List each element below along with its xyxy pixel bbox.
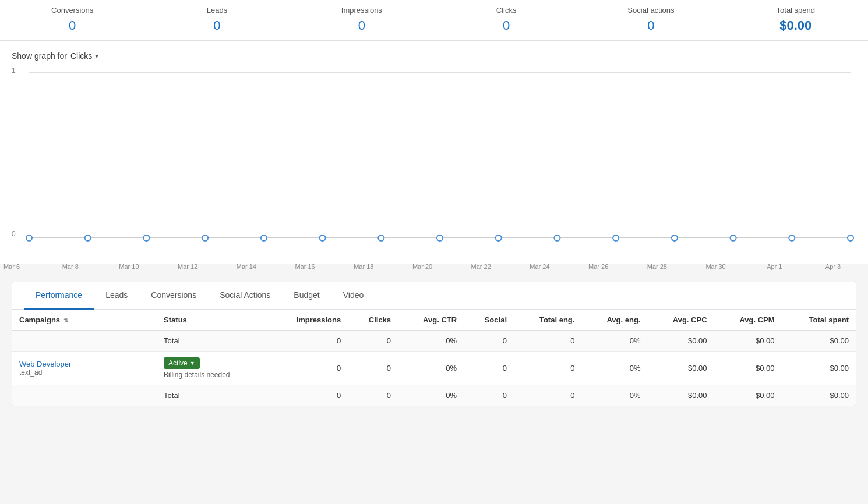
chart-dot: [554, 235, 560, 241]
metrics-bar: Conversions 0 Leads 0 Impressions 0 Clic…: [0, 0, 868, 41]
chart-dot: [731, 235, 736, 241]
metric-label-clicks: Clicks: [434, 6, 578, 15]
total-total-spent: $0.00: [782, 331, 856, 352]
col-header-avg-eng: Avg. eng.: [581, 310, 647, 331]
x-label-1: Mar 8: [53, 263, 88, 270]
footer-total-total-spent: $0.00: [782, 385, 856, 406]
x-label-7: Mar 20: [405, 263, 440, 270]
metric-value-social_actions: 0: [578, 18, 723, 33]
table-row: Web Developer text_ad Active ▼ Billing d…: [12, 352, 856, 385]
x-label-4: Mar 14: [229, 263, 264, 270]
metric-label-impressions: Impressions: [290, 6, 434, 15]
col-header-campaigns: Campaigns ⇅: [12, 310, 157, 331]
footer-total-impressions: 0: [267, 385, 348, 406]
metric-total_spend: Total spend $0.00: [724, 6, 868, 33]
sort-icon[interactable]: ⇅: [63, 317, 68, 324]
col-header-impressions: Impressions: [267, 310, 348, 331]
metric-label-conversions: Conversions: [0, 6, 144, 15]
tab-budget[interactable]: Budget: [282, 282, 331, 310]
metric-value-clicks: 0: [434, 18, 578, 33]
metric-value-impressions: 0: [290, 18, 434, 33]
campaign-clicks: 0: [348, 352, 398, 385]
metric-social_actions: Social actions 0: [578, 6, 723, 33]
footer-total-clicks: 0: [348, 385, 398, 406]
campaigns-table-section: PerformanceLeadsConversionsSocial Action…: [12, 282, 856, 406]
campaign-avg-eng: 0%: [581, 352, 647, 385]
table-row-total-footer: Total 0 0 0% 0 0 0% $0.00 $0.00 $0.00: [12, 385, 856, 406]
x-label-10: Mar 26: [581, 263, 616, 270]
chart-dot: [672, 235, 678, 241]
chart-dot: [320, 235, 326, 241]
x-label-12: Mar 30: [698, 263, 733, 270]
chart-dot: [85, 235, 91, 241]
table-tabs: PerformanceLeadsConversionsSocial Action…: [12, 282, 856, 310]
total-impressions: 0: [267, 331, 348, 352]
col-header-total-eng: Total eng.: [514, 310, 581, 331]
status-badge[interactable]: Active ▼: [164, 357, 200, 369]
campaign-status-cell: Active ▼ Billing details needed: [157, 352, 267, 385]
footer-total-avg-ctr: 0%: [398, 385, 464, 406]
campaign-total-eng: 0: [514, 352, 581, 385]
show-graph-row: Show graph for Clicks ▼: [12, 47, 856, 66]
total-avg-ctr: 0%: [398, 331, 464, 352]
col-header-clicks: Clicks: [348, 310, 398, 331]
x-label-9: Mar 24: [522, 263, 557, 270]
footer-total-social: 0: [464, 385, 514, 406]
x-label-0: Mar 6: [0, 263, 29, 270]
metric-clicks: Clicks 0: [434, 6, 578, 33]
tab-video[interactable]: Video: [331, 282, 376, 310]
campaign-impressions: 0: [267, 352, 348, 385]
tab-social_actions[interactable]: Social Actions: [208, 282, 282, 310]
col-header-total-spent: Total spent: [782, 310, 856, 331]
chart-dot: [261, 235, 267, 241]
chart-dot: [378, 235, 384, 241]
tab-conversions[interactable]: Conversions: [139, 282, 208, 310]
chevron-down-icon: ▼: [94, 53, 100, 59]
footer-total-status: Total: [157, 385, 267, 406]
chart-line-area: Mar 6Mar 8Mar 10Mar 12Mar 14Mar 16Mar 18…: [29, 72, 851, 238]
col-header-avg-cpc: Avg. CPC: [647, 310, 714, 331]
graph-selected-value: Clicks: [70, 51, 92, 61]
show-graph-label: Show graph for: [12, 51, 67, 61]
metric-impressions: Impressions 0: [290, 6, 434, 33]
campaign-name-link[interactable]: Web Developer: [19, 360, 150, 368]
footer-total-avg-cpc: $0.00: [647, 385, 714, 406]
campaign-total-spent: $0.00: [782, 352, 856, 385]
table-row-total-header: Total 0 0 0% 0 0 0% $0.00 $0.00 $0.00: [12, 331, 856, 352]
metric-conversions: Conversions 0: [0, 6, 144, 33]
col-header-status: Status: [157, 310, 267, 331]
tab-leads[interactable]: Leads: [94, 282, 139, 310]
total-total-eng: 0: [514, 331, 581, 352]
billing-note: Billing details needed: [164, 371, 260, 379]
graph-section: Show graph for Clicks ▼ 1 0 Mar 6Mar 8Ma…: [0, 41, 868, 264]
y-axis-bottom-label: 0: [12, 230, 16, 238]
total-label: [12, 331, 157, 352]
total-avg-eng: 0%: [581, 331, 647, 352]
tab-performance[interactable]: Performance: [24, 282, 94, 310]
campaign-avg-cpm: $0.00: [714, 352, 782, 385]
metric-leads: Leads 0: [144, 6, 289, 33]
metric-label-social_actions: Social actions: [578, 6, 723, 15]
chevron-down-icon: ▼: [190, 360, 195, 366]
col-header-avg-ctr: Avg. CTR: [398, 310, 464, 331]
campaigns-data-table: Campaigns ⇅ Status Impressions Clicks Av…: [12, 310, 856, 406]
total-avg-cpc: $0.00: [647, 331, 714, 352]
metric-label-leads: Leads: [144, 6, 289, 15]
total-status: Total: [157, 331, 267, 352]
chart-dot: [613, 235, 619, 241]
x-label-3: Mar 12: [170, 263, 205, 270]
campaign-name-cell: Web Developer text_ad: [12, 352, 157, 385]
chart-container: 1 0 Mar 6Mar 8Mar 10Mar 12Mar 14Mar 16Ma…: [12, 66, 856, 264]
total-social: 0: [464, 331, 514, 352]
x-label-11: Mar 28: [640, 263, 675, 270]
x-label-2: Mar 10: [111, 263, 146, 270]
x-label-13: Apr 1: [757, 263, 792, 270]
chart-dot: [143, 235, 149, 241]
graph-selector[interactable]: Clicks ▼: [70, 51, 100, 61]
chart-svg: [29, 72, 851, 238]
col-header-avg-cpm: Avg. CPM: [714, 310, 782, 331]
footer-total-total-eng: 0: [514, 385, 581, 406]
total-clicks: 0: [348, 331, 398, 352]
metric-value-leads: 0: [144, 18, 289, 33]
chart-dot: [26, 235, 32, 241]
